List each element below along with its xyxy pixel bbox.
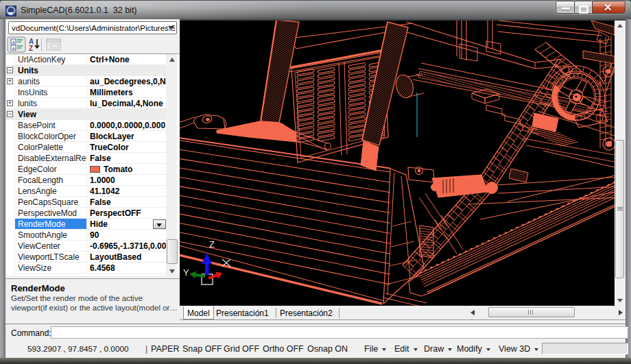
svg-text:Z: Z [29, 45, 33, 52]
svg-text:Y: Y [183, 267, 189, 278]
svg-text:+: + [12, 45, 16, 51]
svg-text:+: + [12, 39, 16, 45]
svg-text:Z: Z [209, 239, 215, 250]
